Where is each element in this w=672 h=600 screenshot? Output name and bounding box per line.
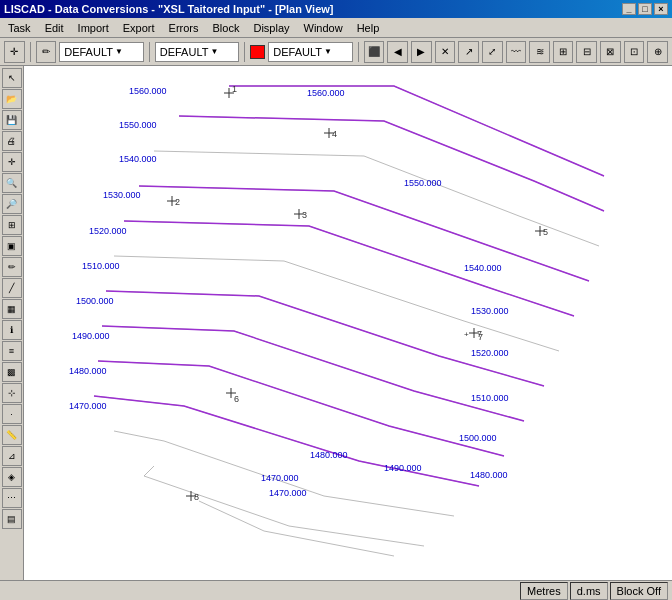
- menu-item-import[interactable]: Import: [72, 20, 115, 36]
- svg-text:1480.000: 1480.000: [310, 450, 348, 460]
- edit-icon[interactable]: ✏: [36, 41, 57, 63]
- left-btn-save[interactable]: 💾: [2, 110, 22, 130]
- svg-text:1530.000: 1530.000: [471, 306, 509, 316]
- svg-text:1520.000: 1520.000: [89, 226, 127, 236]
- svg-text:6: 6: [234, 394, 239, 404]
- status-metres: Metres: [520, 582, 568, 600]
- left-toolbar: ↖ 📂 💾 🖨 ✛ 🔍 🔎 ⊞ ▣ ✏ ╱ ▦ ℹ ≡ ▩ ⊹ · 📏 ⊿ ◈ …: [0, 66, 24, 580]
- left-btn-3d[interactable]: ◈: [2, 467, 22, 487]
- separator-1: [30, 42, 31, 62]
- svg-text:4: 4: [332, 129, 337, 139]
- svg-text:1500.000: 1500.000: [76, 296, 114, 306]
- menu-item-block[interactable]: Block: [207, 20, 246, 36]
- svg-text:1560.000: 1560.000: [307, 88, 345, 98]
- svg-text:1520.000: 1520.000: [471, 348, 509, 358]
- svg-text:1510.000: 1510.000: [82, 261, 120, 271]
- plan-view-canvas[interactable]: 1560.000 1550.000 1540.000 1530.000 1520…: [24, 66, 672, 580]
- dropdown-layer-3[interactable]: DEFAULT ▼: [268, 42, 353, 62]
- tool-btn-11[interactable]: ⊠: [600, 41, 621, 63]
- left-btn-pattern[interactable]: ▩: [2, 362, 22, 382]
- left-btn-select[interactable]: ▣: [2, 236, 22, 256]
- svg-text:1540.000: 1540.000: [119, 154, 157, 164]
- svg-text:1500.000: 1500.000: [459, 433, 497, 443]
- tool-btn-4[interactable]: ✕: [435, 41, 456, 63]
- left-btn-arrow[interactable]: ↖: [2, 68, 22, 88]
- left-btn-line[interactable]: ╱: [2, 278, 22, 298]
- left-btn-layers[interactable]: ≡: [2, 341, 22, 361]
- tool-btn-3[interactable]: ▶: [411, 41, 432, 63]
- separator-2: [149, 42, 150, 62]
- maximize-button[interactable]: □: [638, 3, 652, 15]
- svg-text:1510.000: 1510.000: [471, 393, 509, 403]
- tool-btn-12[interactable]: ⊡: [624, 41, 645, 63]
- svg-text:1470.000: 1470.000: [261, 473, 299, 483]
- left-btn-open[interactable]: 📂: [2, 89, 22, 109]
- map-svg: 1560.000 1550.000 1540.000 1530.000 1520…: [24, 66, 672, 580]
- left-btn-zoom-out[interactable]: 🔎: [2, 194, 22, 214]
- left-btn-surface[interactable]: ▤: [2, 509, 22, 529]
- svg-text:1550.000: 1550.000: [404, 178, 442, 188]
- menu-item-window[interactable]: Window: [298, 20, 349, 36]
- dropdown-layer-2[interactable]: DEFAULT ▼: [155, 42, 240, 62]
- main-area: ↖ 📂 💾 🖨 ✛ 🔍 🔎 ⊞ ▣ ✏ ╱ ▦ ℹ ≡ ▩ ⊹ · 📏 ⊿ ◈ …: [0, 66, 672, 580]
- left-btn-point[interactable]: ·: [2, 404, 22, 424]
- left-btn-contour[interactable]: ⋯: [2, 488, 22, 508]
- svg-text:1530.000: 1530.000: [103, 190, 141, 200]
- status-block-off[interactable]: Block Off: [610, 582, 668, 600]
- dropdown-layer-1[interactable]: DEFAULT ▼: [59, 42, 144, 62]
- menu-item-export[interactable]: Export: [117, 20, 161, 36]
- separator-4: [358, 42, 359, 62]
- left-btn-transform[interactable]: ⊿: [2, 446, 22, 466]
- svg-text:3: 3: [302, 210, 307, 220]
- left-btn-info[interactable]: ℹ: [2, 320, 22, 340]
- left-btn-print[interactable]: 🖨: [2, 131, 22, 151]
- menu-item-help[interactable]: Help: [351, 20, 386, 36]
- tool-btn-7[interactable]: 〰: [506, 41, 527, 63]
- tool-btn-10[interactable]: ⊟: [576, 41, 597, 63]
- svg-text:7: 7: [478, 332, 483, 342]
- toolbar: ✛ ✏ DEFAULT ▼ DEFAULT ▼ DEFAULT ▼ ⬛ ◀ ▶ …: [0, 38, 672, 66]
- svg-text:5: 5: [543, 227, 548, 237]
- tool-btn-5[interactable]: ↗: [458, 41, 479, 63]
- svg-text:1: 1: [232, 84, 237, 94]
- menu-item-edit[interactable]: Edit: [39, 20, 70, 36]
- svg-text:+: +: [464, 330, 469, 339]
- svg-text:1550.000: 1550.000: [119, 120, 157, 130]
- left-btn-measure[interactable]: 📏: [2, 425, 22, 445]
- tool-btn-8[interactable]: ≋: [529, 41, 550, 63]
- svg-text:8: 8: [194, 492, 199, 502]
- svg-text:2: 2: [175, 197, 180, 207]
- left-btn-grid[interactable]: ⊞: [2, 215, 22, 235]
- svg-text:1560.000: 1560.000: [129, 86, 167, 96]
- left-btn-cross[interactable]: ✛: [2, 152, 22, 172]
- status-dms: d.ms: [570, 582, 608, 600]
- color-swatch[interactable]: [250, 45, 265, 59]
- svg-text:1490.000: 1490.000: [384, 463, 422, 473]
- menu-item-display[interactable]: Display: [247, 20, 295, 36]
- tool-btn-6[interactable]: ⤢: [482, 41, 503, 63]
- left-btn-zoom-in[interactable]: 🔍: [2, 173, 22, 193]
- title-text: LISCAD - Data Conversions - "XSL Taitore…: [4, 3, 333, 15]
- tool-btn-2[interactable]: ◀: [387, 41, 408, 63]
- tool-btn-1[interactable]: ⬛: [364, 41, 385, 63]
- menu-item-errors[interactable]: Errors: [163, 20, 205, 36]
- svg-text:1470.000: 1470.000: [269, 488, 307, 498]
- svg-text:1470.000: 1470.000: [69, 401, 107, 411]
- title-bar-buttons: _ □ ×: [622, 3, 668, 15]
- left-btn-pencil[interactable]: ✏: [2, 257, 22, 277]
- minimize-button[interactable]: _: [622, 3, 636, 15]
- svg-text:1490.000: 1490.000: [72, 331, 110, 341]
- separator-3: [244, 42, 245, 62]
- left-btn-snap[interactable]: ⊹: [2, 383, 22, 403]
- menu-item-task[interactable]: Task: [2, 20, 37, 36]
- compass-icon[interactable]: ✛: [4, 41, 25, 63]
- tool-btn-9[interactable]: ⊞: [553, 41, 574, 63]
- svg-text:1480.000: 1480.000: [470, 470, 508, 480]
- left-btn-calc[interactable]: ▦: [2, 299, 22, 319]
- close-button[interactable]: ×: [654, 3, 668, 15]
- svg-text:1480.000: 1480.000: [69, 366, 107, 376]
- tool-btn-13[interactable]: ⊕: [647, 41, 668, 63]
- svg-text:1540.000: 1540.000: [464, 263, 502, 273]
- status-bar: Metres d.ms Block Off: [0, 580, 672, 600]
- title-bar: LISCAD - Data Conversions - "XSL Taitore…: [0, 0, 672, 18]
